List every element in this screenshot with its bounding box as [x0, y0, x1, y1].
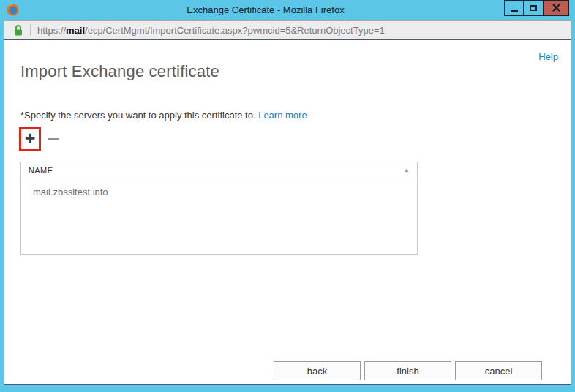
- url-scheme: https://: [37, 25, 66, 36]
- page-title: Import Exchange certificate: [20, 62, 219, 81]
- firefox-icon: [7, 4, 19, 16]
- table-body: mail.zbssltest.info: [21, 178, 417, 254]
- title-bar[interactable]: Exchange Certificate - Mozilla Firefox: [0, 0, 575, 20]
- plus-icon: +: [25, 129, 36, 148]
- help-link[interactable]: Help: [538, 51, 558, 62]
- lock-icon[interactable]: [13, 24, 23, 37]
- servers-table: NAME ▲ mail.zbssltest.info: [20, 162, 418, 255]
- table-row[interactable]: mail.zbssltest.info: [21, 178, 417, 197]
- url-text: https://mail/ecp/CertMgmt/ImportCertific…: [37, 25, 385, 36]
- back-button[interactable]: back: [274, 361, 361, 380]
- column-header-label: NAME: [29, 166, 53, 175]
- firefox-window: Exchange Certificate - Mozilla Firefox: [0, 0, 575, 392]
- maximize-button[interactable]: [524, 0, 544, 16]
- urlbar-separator: [30, 24, 31, 36]
- page-content: Help Import Exchange certificate *Specif…: [4, 39, 571, 385]
- annotation-highlight-box: +: [19, 127, 41, 151]
- window-title: Exchange Certificate - Mozilla Firefox: [44, 4, 487, 15]
- instruction-text: *Specify the servers you want to apply t…: [20, 110, 307, 121]
- column-header-name[interactable]: NAME ▲: [21, 162, 417, 178]
- minus-icon: [48, 138, 59, 140]
- remove-server-button[interactable]: [48, 129, 61, 149]
- server-list-toolbar: +: [19, 127, 61, 151]
- finish-button[interactable]: finish: [364, 361, 451, 380]
- instruction-label: *Specify the servers you want to apply t…: [20, 110, 258, 121]
- learn-more-link[interactable]: Learn more: [258, 110, 307, 121]
- server-name-cell: mail.zbssltest.info: [33, 186, 108, 197]
- close-icon: [552, 1, 560, 15]
- minimize-icon: [511, 10, 518, 12]
- minimize-button[interactable]: [504, 0, 524, 16]
- address-bar[interactable]: https://mail/ecp/CertMgmt/ImportCertific…: [4, 20, 571, 39]
- url-host: mail: [66, 25, 85, 36]
- sort-ascending-icon: ▲: [404, 167, 410, 173]
- add-server-button[interactable]: +: [21, 129, 39, 149]
- close-button[interactable]: [544, 0, 569, 16]
- caption-buttons: [504, 0, 569, 16]
- url-path: /ecp/CertMgmt/ImportCertificate.aspx?pwm…: [85, 25, 385, 36]
- wizard-footer: back finish cancel: [274, 361, 542, 380]
- maximize-icon: [530, 5, 537, 11]
- cancel-button[interactable]: cancel: [455, 361, 542, 380]
